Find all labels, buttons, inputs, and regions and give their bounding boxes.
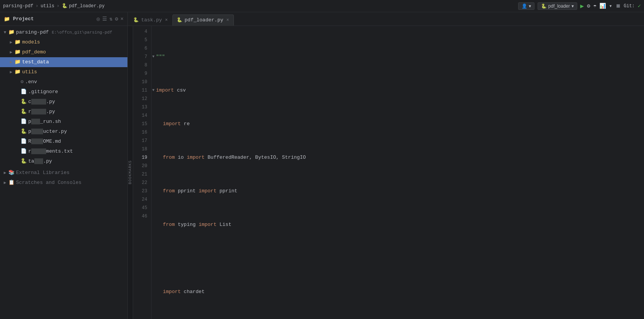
code-line-9: from typing import List <box>158 221 639 229</box>
sidebar-item-r-py[interactable]: ▶ 🐍 r_____.py <box>0 107 127 117</box>
top-bar: parsing-pdf › utils › 🐍 pdf_loader.py 👤 … <box>0 0 644 12</box>
sort-icon[interactable]: ⇅ <box>109 16 113 22</box>
more-run-icon[interactable]: ▾ <box>609 3 612 9</box>
tree-label-test-data: test_data <box>22 58 49 66</box>
run-config-icon: 🐍 <box>541 3 547 9</box>
tree-label-task-py: ta___.py <box>28 157 52 166</box>
c-py-file-icon: 🐍 <box>21 98 27 106</box>
fold-icon-4[interactable]: ▼ <box>152 53 155 61</box>
line-num-11: 11 <box>133 86 151 95</box>
sidebar-item-test-data[interactable]: ▶ 📁 test_data <box>0 57 127 67</box>
code-kw-7a: from <box>163 153 175 162</box>
line-num-14: 14 <box>133 111 151 120</box>
ext-libs-icon: 📚 <box>8 169 14 177</box>
tabs-bar: 🐍 task.py × 🐍 pdf_loader.py × <box>128 12 644 26</box>
run-button[interactable]: ▶ <box>580 2 584 10</box>
utils-folder-icon: 📁 <box>14 68 21 76</box>
line-num-8: 8 <box>133 61 151 69</box>
sidebar-item-scratches[interactable]: ▶ 📋 Scratches and Consoles <box>0 178 127 188</box>
git-check-icon[interactable]: ✓ <box>638 3 641 9</box>
collapse-icon[interactable]: ☰ <box>102 16 107 22</box>
sidebar-title: Project <box>13 16 93 22</box>
code-kw-8b: import <box>199 187 217 195</box>
line-num-24: 24 <box>133 195 151 204</box>
editor-area: 🐍 task.py × 🐍 pdf_loader.py × BOOKMARKS … <box>128 12 644 319</box>
line-num-13: 13 <box>133 103 151 111</box>
folder-icon: 📁 <box>4 16 10 22</box>
breadcrumb-project[interactable]: parsing-pdf <box>3 3 33 9</box>
build-icon[interactable]: ⚙ <box>587 3 590 9</box>
code-content[interactable]: ▼""" ▼import csv import re from io impor… <box>151 26 639 319</box>
expand-arrow-root: ▼ <box>2 28 8 37</box>
sidebar-icons: ◎ ☰ ⇅ ⚙ × <box>97 16 124 22</box>
sidebar-item-external-libraries[interactable]: ▶ 📚 External Libraries <box>0 168 127 178</box>
code-kw-5: import <box>156 86 174 95</box>
line-num-12: 12 <box>133 95 151 103</box>
fold-icon-5[interactable]: ▼ <box>152 86 155 95</box>
code-kw-7b: import <box>187 153 204 162</box>
sidebar-item-requirements-txt[interactable]: ▶ 📄 r_____ments.txt <box>0 147 127 156</box>
sidebar-item-gitignore[interactable]: ▶ 📄 .gitignore <box>0 87 127 97</box>
tab-pdf-loader-py[interactable]: 🐍 pdf_loader.py × <box>172 14 234 26</box>
expand-arrow-test-data: ▶ <box>8 58 14 66</box>
sidebar-item-p-run-sh[interactable]: ▶ 📄 p____run.sh <box>0 117 127 127</box>
locate-icon[interactable]: ◎ <box>97 16 100 22</box>
task-py-file-icon: 🐍 <box>21 157 27 166</box>
code-editor[interactable]: BOOKMARKS 4 5 6 7 8 9 10 11 12 13 14 15 … <box>128 26 644 319</box>
tree-label-utils: utils <box>22 68 37 76</box>
sidebar-item-task-py[interactable]: ▶ 🐍 ta___.py <box>0 156 127 166</box>
tab-pdf-loader-py-close[interactable]: × <box>226 18 229 23</box>
expand-arrow-pdf-demo: ▶ <box>8 48 14 56</box>
requirements-file-icon: 📄 <box>21 147 27 156</box>
line-num-21: 21 <box>133 170 151 179</box>
line-num-9: 9 <box>133 69 151 78</box>
tab-task-py-close[interactable]: × <box>165 18 168 23</box>
models-folder-icon: 📁 <box>14 38 21 47</box>
run-config-chevron: ▾ <box>572 3 574 9</box>
sidebar-item-readme-md[interactable]: ▶ 📄 R____OME.md <box>0 137 127 147</box>
breadcrumb-folder[interactable]: utils <box>40 3 54 9</box>
line-num-18: 18 <box>133 145 151 153</box>
sidebar-item-utils[interactable]: ▶ 📁 utils <box>0 67 127 77</box>
tree-label-requirements-txt: r_____ments.txt <box>28 147 73 156</box>
tab-task-py[interactable]: 🐍 task.py × <box>129 15 172 26</box>
profile-button[interactable]: 👤 ▾ <box>518 2 535 10</box>
line-num-17: 17 <box>133 137 151 145</box>
close-panel-icon[interactable]: × <box>121 16 124 22</box>
expand-arrow-scratches: ▶ <box>2 179 8 187</box>
file-tree: ▼ 📁 parsing-pdf E:\offcn_git\parsing-pdf… <box>0 26 127 319</box>
line-num-46: 46 <box>133 212 151 221</box>
line-num-4: 4 <box>133 27 151 36</box>
tree-label-readme-md: R____OME.md <box>28 137 61 146</box>
settings-icon[interactable]: ⚙ <box>115 16 118 22</box>
tree-label-root: parsing-pdf E:\offcn_git\parsing-pdf <box>16 28 112 37</box>
bookmarks-label: BOOKMARKS <box>128 160 132 184</box>
line-num-22: 22 <box>133 179 151 187</box>
line-num-6: 6 <box>133 44 151 53</box>
line-num-15: 15 <box>133 120 151 128</box>
expand-arrow-models: ▶ <box>8 38 14 47</box>
coverage-icon[interactable]: ☂ <box>593 3 596 9</box>
sidebar-item-p-ucter-py[interactable]: ▶ 🐍 p____ucter.py <box>0 127 127 137</box>
breadcrumb: parsing-pdf › utils › 🐍 pdf_loader.py <box>3 3 105 9</box>
sidebar-item-root[interactable]: ▼ 📁 parsing-pdf E:\offcn_git\parsing-pdf <box>0 27 127 37</box>
sidebar-item-models[interactable]: ▶ 📁 models <box>0 37 127 47</box>
sidebar-item-env[interactable]: ▶ ⚙ .env <box>0 77 127 87</box>
expand-arrow-utils: ▶ <box>8 68 14 76</box>
line-num-19: 19 <box>133 153 151 162</box>
tree-label-c-py: c_____.py <box>28 98 55 106</box>
stop-icon[interactable]: ⏹ <box>615 3 621 9</box>
tab-task-py-icon: 🐍 <box>133 17 139 23</box>
breadcrumb-file[interactable]: 🐍 pdf_loader.py <box>62 3 105 9</box>
tree-label-p-run-sh: p____run.sh <box>28 118 61 126</box>
right-strip <box>639 26 644 319</box>
sidebar-item-c-py[interactable]: ▶ 🐍 c_____.py <box>0 97 127 107</box>
tree-label-r-py: r_____.py <box>28 108 55 116</box>
expand-arrow-ext-libs: ▶ <box>2 169 8 177</box>
project-folder-icon: 📁 <box>8 28 14 37</box>
line-num-5: 5 <box>133 36 151 44</box>
code-line-11: import chardet <box>158 288 639 296</box>
profile-run-icon[interactable]: 📊 <box>599 3 606 9</box>
run-config-dropdown[interactable]: 🐍 pdf_loader ▾ <box>538 2 577 10</box>
sidebar-item-pdf-demo[interactable]: ▶ 📁 pdf_demo <box>0 47 127 57</box>
